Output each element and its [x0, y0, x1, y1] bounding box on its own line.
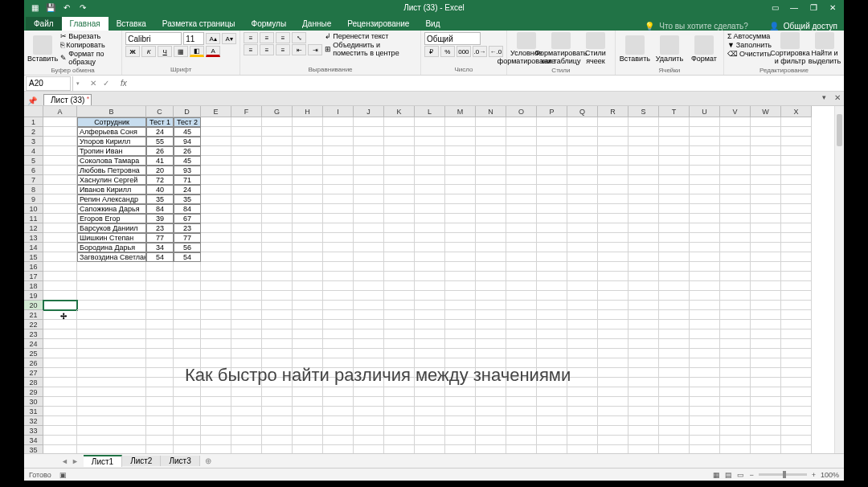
cell-A10[interactable] — [43, 204, 77, 214]
row-header-13[interactable]: 13 — [24, 233, 43, 243]
cell-H35[interactable] — [293, 445, 323, 453]
cell-F20[interactable] — [231, 301, 262, 310]
cell-F30[interactable] — [231, 397, 262, 407]
cell-V6[interactable] — [720, 166, 751, 175]
cell-U26[interactable] — [690, 358, 720, 368]
cell-R7[interactable] — [598, 175, 628, 185]
cell-I8[interactable] — [323, 185, 354, 194]
cell-R13[interactable] — [598, 233, 628, 243]
col-header-R[interactable]: R — [598, 106, 628, 117]
cell-I16[interactable] — [323, 262, 354, 272]
cell-E22[interactable] — [201, 320, 231, 329]
cell-H32[interactable] — [293, 416, 323, 426]
cell-P17[interactable] — [537, 272, 567, 281]
cell-W16[interactable] — [751, 262, 781, 272]
cell-W31[interactable] — [751, 407, 781, 416]
cell-J2[interactable] — [354, 127, 384, 137]
cell-D9[interactable]: 35 — [174, 194, 201, 204]
cell-G20[interactable] — [262, 301, 293, 310]
cell-C11[interactable]: 39 — [146, 214, 174, 223]
cell-J23[interactable] — [354, 329, 384, 339]
cell-N7[interactable] — [476, 175, 506, 185]
cell-C13[interactable]: 77 — [146, 233, 174, 243]
cell-A1[interactable] — [43, 117, 77, 127]
cell-H17[interactable] — [293, 272, 323, 281]
row-header-15[interactable]: 15 — [24, 252, 43, 262]
col-header-O[interactable]: O — [506, 106, 537, 117]
cell-J21[interactable] — [354, 310, 384, 320]
cell-U22[interactable] — [690, 320, 720, 329]
cell-G32[interactable] — [262, 416, 293, 426]
cell-H2[interactable] — [293, 127, 323, 137]
row-header-7[interactable]: 7 — [24, 175, 43, 185]
cell-X30[interactable] — [781, 397, 812, 407]
cell-S13[interactable] — [628, 233, 659, 243]
cell-R32[interactable] — [598, 416, 628, 426]
cell-B9[interactable]: Репин Александр — [77, 194, 146, 204]
cell-K19[interactable] — [384, 291, 415, 301]
cancel-formula-icon[interactable]: ✕ — [90, 79, 96, 88]
cell-O2[interactable] — [506, 127, 537, 137]
cell-I21[interactable] — [323, 310, 354, 320]
font-name-select[interactable] — [125, 32, 182, 45]
cell-G23[interactable] — [262, 329, 293, 339]
row-header-25[interactable]: 25 — [24, 349, 43, 358]
cell-D21[interactable] — [174, 310, 201, 320]
cell-V19[interactable] — [720, 291, 751, 301]
cell-D14[interactable]: 56 — [174, 243, 201, 252]
cell-M8[interactable] — [445, 185, 476, 194]
cell-Q14[interactable] — [567, 243, 598, 252]
cell-N10[interactable] — [476, 204, 506, 214]
cell-T17[interactable] — [659, 272, 690, 281]
align-middle-icon[interactable]: ≡ — [260, 32, 274, 43]
cell-P15[interactable] — [537, 252, 567, 262]
row-header-31[interactable]: 31 — [24, 407, 43, 416]
workbook-options-icon[interactable]: ▾ — [822, 93, 826, 101]
cell-M4[interactable] — [445, 146, 476, 156]
cell-U28[interactable] — [690, 378, 720, 387]
cell-D35[interactable] — [174, 445, 201, 453]
cell-Q12[interactable] — [567, 223, 598, 233]
cell-A25[interactable] — [43, 349, 77, 358]
cell-W29[interactable] — [751, 387, 781, 397]
percent-icon[interactable]: % — [440, 46, 455, 57]
cell-H31[interactable] — [293, 407, 323, 416]
cell-J6[interactable] — [354, 166, 384, 175]
cell-M31[interactable] — [445, 407, 476, 416]
cell-B12[interactable]: Барсуков Даниил — [77, 223, 146, 233]
cell-J5[interactable] — [354, 156, 384, 166]
cell-F22[interactable] — [231, 320, 262, 329]
cell-I29[interactable] — [323, 387, 354, 397]
cell-B27[interactable] — [77, 368, 146, 378]
cell-P3[interactable] — [537, 137, 567, 146]
cell-U27[interactable] — [690, 368, 720, 378]
cell-J9[interactable] — [354, 194, 384, 204]
cell-X7[interactable] — [781, 175, 812, 185]
cell-J22[interactable] — [354, 320, 384, 329]
cell-H5[interactable] — [293, 156, 323, 166]
cell-S23[interactable] — [628, 329, 659, 339]
cell-V2[interactable] — [720, 127, 751, 137]
cell-W4[interactable] — [751, 146, 781, 156]
cell-A26[interactable] — [43, 358, 77, 368]
cell-C2[interactable]: 24 — [146, 127, 174, 137]
sheet-tab-3[interactable]: Лист3 — [161, 456, 199, 466]
col-header-P[interactable]: P — [537, 106, 567, 117]
cell-O16[interactable] — [506, 262, 537, 272]
cell-Q26[interactable] — [567, 358, 598, 368]
cell-L25[interactable] — [415, 349, 445, 358]
cell-G11[interactable] — [262, 214, 293, 223]
cell-X23[interactable] — [781, 329, 812, 339]
cell-C15[interactable]: 54 — [146, 252, 174, 262]
row-header-4[interactable]: 4 — [24, 146, 43, 156]
cell-K24[interactable] — [384, 339, 415, 349]
cell-D33[interactable] — [174, 426, 201, 436]
cell-I34[interactable] — [323, 436, 354, 445]
cell-T15[interactable] — [659, 252, 690, 262]
cell-O4[interactable] — [506, 146, 537, 156]
cell-H8[interactable] — [293, 185, 323, 194]
cell-I2[interactable] — [323, 127, 354, 137]
cell-H24[interactable] — [293, 339, 323, 349]
cell-L9[interactable] — [415, 194, 445, 204]
cell-D7[interactable]: 71 — [174, 175, 201, 185]
